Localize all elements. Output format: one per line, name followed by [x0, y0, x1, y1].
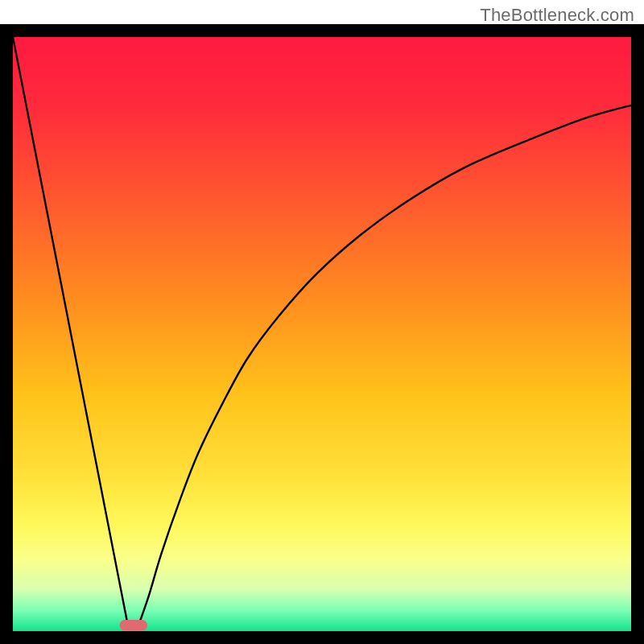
frame-bottom — [0, 631, 644, 644]
frame-right — [631, 24, 644, 644]
plot-background-gradient — [13, 37, 631, 631]
frame-left — [0, 24, 13, 644]
frame-top — [0, 24, 644, 37]
bottleneck-chart: TheBottleneck.com — [0, 0, 644, 644]
chart-svg — [0, 0, 644, 644]
min-marker — [119, 620, 147, 630]
watermark-text: TheBottleneck.com — [480, 5, 634, 26]
